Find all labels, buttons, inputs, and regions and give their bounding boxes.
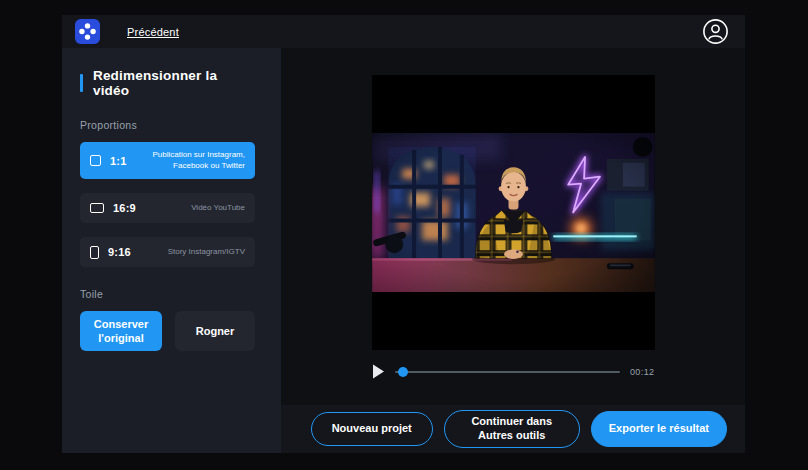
top-bar: Précédent — [62, 15, 745, 48]
proportions-label: Proportions — [80, 119, 255, 131]
ratio-label: 16:9 — [113, 202, 136, 214]
ratio-label: 1:1 — [110, 155, 127, 167]
ratio-option-9-16[interactable]: 9:16 Story Instagram/IGTV — [80, 237, 255, 267]
page-title: Redimensionner la vidéo — [93, 68, 255, 98]
wide-ratio-icon — [90, 203, 104, 213]
seek-slider[interactable] — [395, 366, 620, 378]
video-preview — [372, 133, 655, 292]
continue-other-tools-button[interactable]: Continuer dans Autres outils — [444, 410, 580, 448]
ratio-description: Vidéo YouTube — [191, 203, 245, 213]
ratio-option-1-1[interactable]: 1:1 Publication sur Instagram, Facebook … — [80, 142, 255, 179]
player-controls: 00:12 — [372, 364, 655, 379]
content-row: Redimensionner la vidéo Proportions 1:1 … — [62, 48, 745, 453]
keep-original-button[interactable]: Conserver l'original — [80, 311, 162, 351]
play-button-icon[interactable] — [372, 364, 385, 379]
square-ratio-icon — [90, 155, 101, 166]
ratio-description: Publication sur Instagram, Facebook ou T… — [143, 150, 245, 171]
canvas-label: Toile — [80, 288, 255, 300]
bottom-bar: Nouveau projet Continuer dans Autres out… — [281, 405, 745, 453]
main-area: 00:12 Nouveau projet Continuer dans Autr… — [281, 48, 745, 453]
page-title-row: Redimensionner la vidéo — [80, 68, 255, 98]
export-result-button[interactable]: Exporter le résultat — [591, 411, 727, 447]
seek-knob[interactable] — [398, 367, 408, 377]
sidebar: Redimensionner la vidéo Proportions 1:1 … — [62, 48, 281, 453]
account-icon[interactable] — [702, 18, 729, 45]
ratio-description: Story Instagram/IGTV — [168, 247, 245, 257]
app-logo-icon[interactable] — [75, 19, 100, 44]
ratio-option-16-9[interactable]: 16:9 Vidéo YouTube — [80, 193, 255, 223]
new-project-button[interactable]: Nouveau projet — [311, 412, 433, 446]
canvas-buttons: Conserver l'original Rogner — [80, 311, 255, 351]
back-link[interactable]: Précédent — [127, 26, 179, 38]
time-display: 00:12 — [630, 367, 655, 377]
video-canvas — [372, 75, 655, 350]
crop-button[interactable]: Rogner — [175, 311, 255, 351]
preview-area: 00:12 — [281, 48, 745, 405]
tall-ratio-icon — [90, 246, 99, 259]
accent-bar — [80, 74, 83, 92]
app-window: Précédent Redimensionner la vidéo Propor… — [62, 15, 745, 453]
ratio-label: 9:16 — [108, 246, 131, 258]
seek-track — [395, 371, 620, 373]
